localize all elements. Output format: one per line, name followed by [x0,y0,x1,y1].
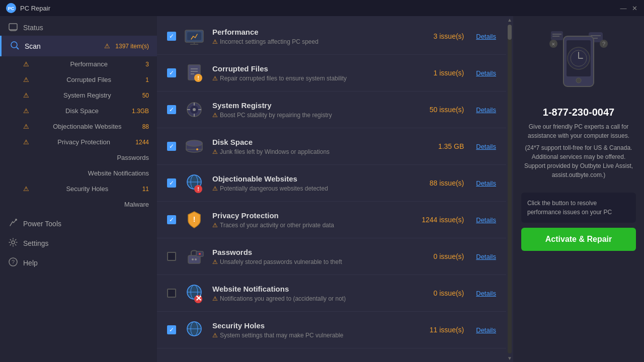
details-privacy-protection[interactable]: Details [476,216,496,224]
disk-label: Disk Space [65,107,99,115]
info-privacy-protection: Privacy Protection ⚠ Traces of your acti… [212,211,415,229]
scan-list: Performance ⚠ Incorrect settings affecti… [157,16,506,362]
passwords-label: Passwords [117,154,149,161]
name-security-holes: Security Holes [212,321,423,330]
sidebar-item-settings[interactable]: Settings [0,232,157,251]
registry-count: 50 [142,92,149,99]
scan-item-security-holes: Security Holes ⚠ System settings that ma… [157,312,506,348]
details-objectionable-websites[interactable]: Details [476,179,496,187]
checkbox-system-registry[interactable] [167,105,176,114]
sidebar-item-help[interactable]: ? Help [0,251,157,271]
scroll-thumb[interactable] [508,25,512,40]
scan-item-objectionable-websites: ! Objectionable Websites ⚠ Potentially d… [157,165,506,202]
scan-icon [10,41,20,51]
settings-icon [8,238,18,248]
sidebar-sub-passwords[interactable]: Passwords [0,150,157,165]
icon-website-notifications: ✕ [183,282,205,304]
corrupted-count: 1 [145,76,149,83]
phone-illustration: ✕ ? [513,16,644,102]
sidebar-item-power-tools[interactable]: Power Tools [0,212,157,232]
name-passwords: Passwords [212,248,427,256]
sidebar-sub-website-notifications[interactable]: Website Notifications [0,165,157,181]
svg-text:!: ! [197,75,199,81]
registry-label: System Registry [63,92,111,99]
svg-line-7 [17,47,19,49]
power-tools-icon [8,218,18,229]
details-passwords[interactable]: Details [476,253,496,260]
sidebar-sub-disk-space[interactable]: ⚠ Disk Space 1.3GB [0,103,157,119]
scroll-down-btn[interactable]: ▼ [507,355,512,361]
scan-item-performance: Performance ⚠ Incorrect settings affecti… [157,18,506,55]
desc-website-notifications: ⚠ Notifications you agreed to (accidenta… [212,295,427,302]
scan-item-disk-space: Disk Space ⚠ Junk files left by Windows … [157,128,506,165]
performance-label: Performance [70,60,107,68]
privacy-warn: ⚠ [23,138,29,146]
svg-text:?: ? [602,41,605,47]
details-disk-space[interactable]: Details [476,143,496,150]
checkbox-corrupted-files[interactable] [167,68,176,77]
sidebar-sub-privacy-protection[interactable]: ⚠ Privacy Protection 1244 [0,134,157,150]
checkbox-security-holes[interactable] [167,325,176,334]
scrollbar[interactable]: ▲ ▼ [506,16,513,362]
scan-item-corrupted-files: ! Corrupted Files ⚠ Repair corrupted fil… [157,55,506,92]
scan-item-system-registry: System Registry ⚠ Boost PC stability by … [157,92,506,128]
count-disk-space: 1.35 GB [438,142,464,150]
sidebar-item-status[interactable]: Status [0,16,157,36]
svg-text:✕: ✕ [195,294,202,303]
sidebar-item-scan[interactable]: Scan ⚠ 1397 item(s) [0,36,157,56]
minimize-button[interactable]: — [620,5,627,12]
checkbox-website-notifications[interactable] [167,289,176,298]
name-corrupted-files: Corrupted Files [212,64,427,73]
right-panel: ✕ ? 1-877-230-0 [513,16,644,362]
sidebar-sub-malware[interactable]: Malware [0,197,157,212]
titlebar-left: PC PC Repair [6,3,50,13]
desc-performance: ⚠ Incorrect settings affecting PC speed [212,38,427,45]
scroll-up-btn[interactable]: ▲ [507,17,512,23]
checkbox-passwords[interactable] [167,252,176,261]
help-label: Help [23,259,38,267]
security-label: Security Holes [66,185,108,193]
checkbox-objectionable-websites[interactable] [167,178,176,188]
svg-point-43 [199,253,201,255]
obj-warn: ⚠ [23,123,29,130]
checkbox-disk-space[interactable] [167,142,176,151]
svg-text:✕: ✕ [551,42,555,47]
svg-rect-52 [551,31,563,40]
checkbox-performance[interactable] [167,32,176,41]
details-website-notifications[interactable]: Details [476,290,496,297]
disk-count: 1.3GB [132,108,149,115]
info-security-holes: Security Holes ⚠ System settings that ma… [212,321,423,339]
sidebar-sub-system-registry[interactable]: ⚠ System Registry 50 [0,87,157,103]
details-system-registry[interactable]: Details [476,106,496,114]
count-corrupted-files: 1 issue(s) [434,69,464,77]
scan-item-website-notifications: ✕ Website Notifications ⚠ Notifications … [157,275,506,312]
name-objectionable-websites: Objectionable Websites [212,174,423,183]
sidebar-sub-corrupted-files[interactable]: ⚠ Corrupted Files 1 [0,72,157,87]
icon-security-holes [183,319,205,341]
sidebar-sub-security-holes[interactable]: ⚠ Security Holes 11 [0,181,157,197]
support-info: 1-877-230-0047 Give our friendly PC expe… [513,102,644,188]
registry-warn: ⚠ [23,92,29,99]
info-passwords: Passwords ⚠ Unsafely stored passwords vu… [212,248,427,265]
count-passwords: 0 issue(s) [434,252,464,260]
name-disk-space: Disk Space [212,138,431,146]
count-objectionable-websites: 88 issue(s) [430,179,464,187]
sidebar-sub-performance[interactable]: ⚠ Performance 3 [0,56,157,72]
close-button[interactable]: ✕ [631,5,638,12]
warn-icon-corrupted-files: ⚠ [212,75,218,82]
svg-text:PC: PC [8,6,15,11]
obj-label: Objectionable Websites [53,123,121,130]
info-disk-space: Disk Space ⚠ Junk files left by Windows … [212,138,431,155]
activate-repair-button[interactable]: Activate & Repair [521,228,636,251]
checkbox-privacy-protection[interactable] [167,215,176,224]
svg-point-41 [195,258,197,260]
svg-point-8 [15,219,17,221]
sidebar-sub-objectionable-websites[interactable]: ⚠ Objectionable Websites 88 [0,119,157,134]
corrupted-label: Corrupted Files [66,76,111,83]
desc-objectionable-websites: ⚠ Potentially dangerous websites detecte… [212,185,423,192]
scroll-track[interactable] [508,25,512,353]
details-security-holes[interactable]: Details [476,326,496,334]
details-corrupted-files[interactable]: Details [476,69,496,77]
warn-icon-system-registry: ⚠ [212,112,218,119]
details-performance[interactable]: Details [476,33,496,40]
